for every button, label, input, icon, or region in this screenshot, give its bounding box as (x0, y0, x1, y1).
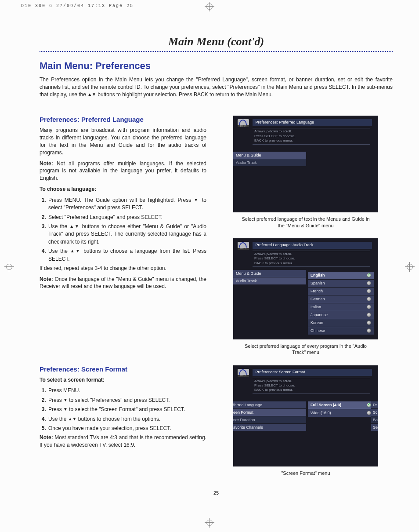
lang-label: Japanese (311, 313, 328, 317)
figure3-caption: "Screen Format" menu (240, 470, 372, 476)
lang-french[interactable]: French (308, 288, 374, 295)
lang-label: German (311, 297, 325, 301)
lang-english[interactable]: English (308, 272, 374, 280)
r4[interactable]: Set (371, 424, 378, 431)
screen-format-steps: Press MENU. Press ▼ to select "Preferenc… (40, 387, 206, 432)
lang-label: Italian (311, 305, 321, 309)
radio-icon (367, 411, 371, 415)
sidebar-item-banner-duration[interactable]: ner Duration (233, 416, 306, 424)
step-4: Use the ▲▼ buttons to choose a language … (47, 248, 206, 263)
note-label: Note: (40, 434, 53, 441)
directv-logo-icon (238, 369, 249, 377)
s4a: Use the (48, 248, 70, 254)
lang-spanish[interactable]: Spanish (308, 280, 374, 288)
down-arrow-icon: ▼ (63, 407, 68, 412)
step-5: Once you have made your selection, press… (47, 425, 206, 432)
screen-title: Preferred Language: Audio Track (253, 242, 372, 249)
sidebar-item-menu-guide[interactable]: Menu & Guide (233, 270, 306, 277)
radio-icon (367, 281, 371, 285)
step-2: Press ▼ to select "Preferences" and pres… (47, 397, 206, 404)
preferred-language-heading: Preferences: Preferred Language (40, 116, 206, 123)
up-down-arrow-icon: ▲▼ (69, 224, 79, 229)
opt-label: Full Screen (4:3) (311, 403, 341, 407)
hint3: BACK to previous menu. (254, 388, 368, 392)
sidebar-item-screen-format[interactable]: een Format (233, 409, 306, 416)
right-sidebar-cut: Pr Sc Ba Set (371, 401, 378, 431)
radio-icon (367, 321, 371, 325)
lang-italian[interactable]: Italian (308, 303, 374, 311)
sidebar-item-favorite-channels[interactable]: avorite Channels (233, 424, 306, 431)
screen-hint: Arrow up/down to scroll. Press SELECT to… (253, 251, 370, 267)
page-number: 25 (40, 490, 393, 496)
note-label: Note: (40, 160, 53, 167)
directv-logo-icon (238, 242, 249, 250)
radio-icon (367, 297, 371, 301)
divider (40, 51, 393, 52)
figure-audio-track: Preferred Language: Audio Track Arrow up… (233, 238, 378, 339)
opt-wide[interactable]: Wide (16:9) (308, 409, 374, 417)
lang-japanese[interactable]: Japanese (308, 311, 374, 319)
sidebar-item-audio-track[interactable]: Audio Track (233, 277, 306, 285)
step-3: Use the ▲▼ buttons to choose either "Men… (47, 223, 206, 246)
s4a: Use the (48, 416, 68, 422)
r1[interactable]: Pr (371, 401, 378, 409)
left-sidebar-cut: ferred Language een Format ner Duration … (233, 401, 306, 431)
lang-german[interactable]: German (308, 295, 374, 303)
chapter-title: Main Menu (cont'd) (40, 35, 393, 48)
sidebar-item-preferred-language[interactable]: ferred Language (233, 401, 306, 409)
note-text: Most standard TVs are 4:3 and that is th… (40, 434, 206, 448)
hint2: Press SELECT to choose. (254, 383, 368, 388)
hint2: Press SELECT to choose. (254, 256, 368, 261)
s4b: buttons to choose from the options. (77, 416, 161, 422)
screen-title: Preferences: Screen Format (253, 369, 372, 376)
up-down-arrow-icon: ▲▼ (68, 416, 77, 421)
page-title: Main Menu: Preferences (40, 60, 393, 72)
pl-p1: Many programs are broadcast with program… (40, 127, 206, 156)
up-down-arrow-icon: ▲▼ (70, 248, 81, 253)
checkmark-icon (367, 403, 371, 407)
screen-hint: Arrow up/down to scroll. Press SELECT to… (253, 378, 370, 394)
note-label: Note: (40, 276, 53, 282)
s1a: Press MENU. The Guide option will be hig… (48, 197, 194, 203)
directv-logo-icon (238, 119, 249, 127)
checkmark-icon (367, 273, 371, 277)
figure1-caption: Select preferred language of text in the… (240, 216, 372, 229)
step-1: Press MENU. (47, 387, 206, 394)
format-options: Full Screen (4:3) Wide (16:9) (308, 401, 374, 417)
select-format-heading: To select a screen format: (40, 376, 206, 384)
lang-label: French (311, 289, 323, 293)
screen-title: Preferences: Preferred Language (253, 119, 372, 126)
intro-paragraph: The Preferences option in the Main Menu … (40, 76, 393, 98)
r3[interactable]: Ba (371, 416, 378, 424)
sidebar-item-menu-guide[interactable]: Menu & Guide (233, 152, 306, 159)
down-arrow-icon: ▼ (63, 397, 68, 402)
sidebar-item-audio-track[interactable]: Audio Track (233, 159, 306, 167)
pl-after: If desired, repeat steps 3-4 to change t… (40, 265, 206, 272)
hint3: BACK to previous menu. (254, 138, 368, 143)
lang-chinese[interactable]: Chinese (308, 327, 374, 335)
step-2: Select "Preferred Language" and press SE… (47, 214, 206, 221)
sf-note: Note: Most standard TVs are 4:3 and that… (40, 434, 206, 449)
screen-hint: Arrow up/down to scroll. Press SELECT to… (253, 128, 370, 144)
choose-language-steps: Press MENU. The Guide option will be hig… (40, 197, 206, 263)
lang-korean[interactable]: Korean (308, 319, 374, 327)
step-4: Use the ▲▼ buttons to choose from the op… (47, 415, 206, 423)
s3a: Press (48, 406, 63, 412)
down-arrow-icon: ▼ (194, 197, 199, 202)
radio-icon (367, 313, 371, 317)
note-text: Not all programs offer multiple language… (40, 160, 206, 182)
step-3: Press ▼ to select the "Screen Format" an… (47, 406, 206, 413)
hint2: Press SELECT to choose. (254, 134, 368, 138)
hint3: BACK to previous menu. (254, 261, 368, 266)
s2b: to select "Preferences" and press SELECT… (68, 397, 170, 403)
figure-screen-format: Preferences: Screen Format Arrow up/down… (233, 365, 378, 466)
up-down-arrow-icon: ▲▼ (87, 92, 96, 97)
figure-preferred-language: Preferences: Preferred Language Arrow up… (233, 116, 378, 212)
radio-icon (367, 305, 371, 309)
lang-label: English (311, 273, 325, 277)
r2[interactable]: Sc (371, 409, 378, 416)
intro-text-b: buttons to highlight your selection. Pre… (96, 91, 273, 98)
opt-full-screen[interactable]: Full Screen (4:3) (308, 401, 374, 409)
s3a: Use the (48, 223, 69, 230)
radio-icon (367, 328, 371, 333)
